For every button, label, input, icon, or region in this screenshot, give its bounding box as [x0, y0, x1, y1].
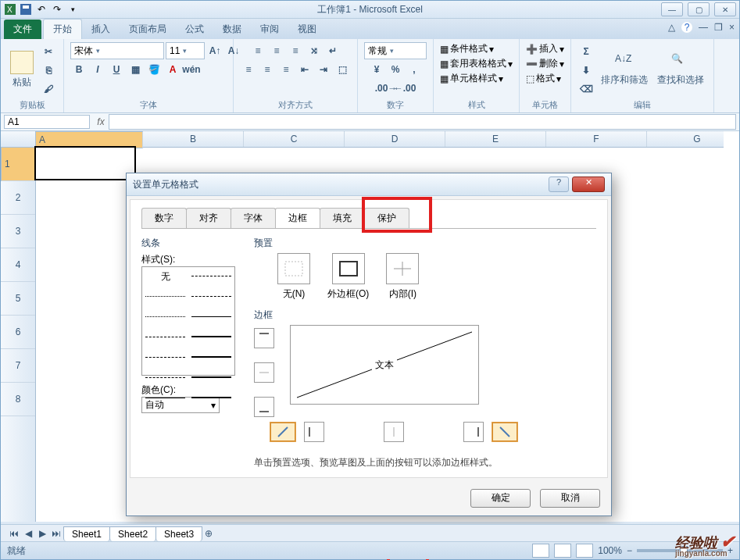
fx-icon[interactable]: fx: [93, 116, 109, 127]
font-name-select[interactable]: 宋体▾: [70, 42, 164, 59]
insert-cells-button[interactable]: ➕ 插入 ▾: [526, 42, 564, 55]
style-opt[interactable]: [191, 376, 231, 389]
border-preview[interactable]: 文本: [290, 325, 479, 405]
layout-tab[interactable]: 页面布局: [120, 20, 176, 39]
preset-outline[interactable]: 外边框(O): [327, 253, 369, 301]
style-opt[interactable]: [191, 356, 231, 369]
style-opt[interactable]: [145, 296, 185, 308]
col-B[interactable]: B: [143, 131, 244, 147]
border-top-button[interactable]: [254, 328, 274, 348]
tab-fill[interactable]: 填充: [320, 208, 365, 228]
next-sheet-icon[interactable]: ▶: [35, 528, 49, 539]
align-left-icon[interactable]: ≡: [240, 61, 257, 78]
undo-icon[interactable]: ↶: [35, 3, 48, 16]
tab-alignment[interactable]: 对齐: [186, 208, 231, 228]
sheet1-tab[interactable]: Sheet1: [63, 526, 110, 541]
clear-icon[interactable]: ⌫: [577, 80, 595, 98]
style-opt[interactable]: [191, 276, 231, 287]
home-tab[interactable]: 开始: [43, 19, 82, 39]
comma-icon[interactable]: ,: [406, 61, 423, 78]
format-painter-icon[interactable]: 🖌: [40, 80, 57, 98]
align-top-icon[interactable]: ≡: [249, 42, 266, 59]
style-none[interactable]: 无: [145, 270, 185, 281]
border-mid-h-button[interactable]: [254, 362, 274, 383]
minimize-button[interactable]: —: [661, 2, 683, 16]
row-2[interactable]: 2: [1, 181, 35, 215]
paste-button[interactable]: 粘贴: [7, 49, 37, 91]
preset-inside[interactable]: 内部(I): [386, 253, 419, 301]
delete-cells-button[interactable]: ➖ 删除 ▾: [526, 57, 564, 70]
tab-protection[interactable]: 保护: [364, 208, 409, 228]
border-bottom-button[interactable]: [254, 397, 274, 417]
insert-tab[interactable]: 插入: [82, 20, 120, 39]
orientation-icon[interactable]: ⤭: [306, 42, 323, 59]
prev-sheet-icon[interactable]: ◀: [21, 528, 35, 539]
merge-icon[interactable]: ⬚: [334, 61, 351, 78]
preset-none[interactable]: 无(N): [277, 253, 310, 301]
page-break-view-icon[interactable]: [576, 544, 593, 558]
new-sheet-icon[interactable]: ⊕: [202, 528, 216, 539]
data-tab[interactable]: 数据: [213, 20, 251, 39]
close-button[interactable]: ✕: [714, 2, 736, 16]
number-format-select[interactable]: 常规▾: [364, 42, 427, 59]
border-left-button[interactable]: [304, 422, 324, 442]
row-8[interactable]: 8: [1, 383, 35, 416]
minimize-ribbon-icon[interactable]: △: [668, 22, 675, 33]
sort-filter-button[interactable]: A↓Z排序和筛选: [598, 52, 651, 88]
border-icon[interactable]: ▦: [127, 61, 144, 78]
qat-dropdown-icon[interactable]: ▾: [66, 3, 79, 16]
cut-icon[interactable]: ✂: [40, 43, 57, 60]
cancel-button[interactable]: 取消: [540, 489, 600, 508]
dialog-help-button[interactable]: ?: [549, 177, 569, 192]
fill-icon[interactable]: ⬇: [577, 62, 595, 79]
italic-button[interactable]: I: [89, 61, 106, 78]
line-style-list[interactable]: 无: [141, 266, 235, 376]
row-6[interactable]: 6: [1, 316, 35, 349]
name-box[interactable]: A1: [4, 115, 90, 129]
increase-indent-icon[interactable]: ⇥: [315, 61, 332, 78]
currency-icon[interactable]: ¥: [368, 61, 385, 78]
first-sheet-icon[interactable]: ⏮: [7, 528, 21, 539]
border-right-button[interactable]: [463, 422, 484, 442]
window-minimize-icon[interactable]: —: [699, 22, 708, 33]
phonetic-icon[interactable]: wén: [183, 61, 200, 78]
col-G[interactable]: G: [647, 131, 740, 147]
formula-bar[interactable]: [109, 114, 736, 130]
tab-border[interactable]: 边框: [275, 208, 320, 228]
dialog-close-button[interactable]: ✕: [572, 177, 605, 192]
col-E[interactable]: E: [445, 131, 546, 147]
align-center-icon[interactable]: ≡: [259, 61, 276, 78]
border-diag-up-button[interactable]: [270, 422, 296, 442]
normal-view-icon[interactable]: [532, 544, 549, 558]
help-icon[interactable]: ?: [681, 22, 692, 33]
row-3[interactable]: 3: [1, 215, 35, 248]
sheet2-tab[interactable]: Sheet2: [109, 526, 156, 541]
border-diag-down-button[interactable]: [492, 422, 518, 442]
align-middle-icon[interactable]: ≡: [268, 42, 285, 59]
zoom-out-icon[interactable]: −: [627, 545, 632, 556]
save-icon[interactable]: [20, 3, 32, 16]
row-4[interactable]: 4: [1, 248, 35, 282]
underline-button[interactable]: U: [108, 61, 125, 78]
fill-color-icon[interactable]: 🪣: [145, 61, 163, 78]
style-opt[interactable]: [191, 296, 231, 308]
conditional-format-button[interactable]: ▦ 条件格式 ▾: [440, 42, 494, 55]
border-mid-v-button[interactable]: [384, 422, 404, 442]
page-layout-view-icon[interactable]: [554, 544, 571, 558]
window-restore-icon[interactable]: ❐: [714, 22, 723, 33]
format-cells-button[interactable]: ⬚ 格式 ▾: [526, 72, 561, 85]
align-bottom-icon[interactable]: ≡: [287, 42, 304, 59]
sheet3-tab[interactable]: Sheet3: [156, 526, 202, 541]
decrease-decimal-icon[interactable]: ←.00: [396, 80, 413, 97]
table-format-button[interactable]: ▦ 套用表格格式 ▾: [440, 57, 513, 70]
wrap-text-icon[interactable]: ↵: [324, 42, 341, 59]
font-size-select[interactable]: 11▾: [166, 42, 205, 59]
percent-icon[interactable]: %: [387, 61, 404, 78]
style-opt[interactable]: [145, 357, 185, 369]
style-opt[interactable]: [191, 397, 231, 409]
col-F[interactable]: F: [546, 131, 647, 147]
last-sheet-icon[interactable]: ⏭: [49, 528, 63, 539]
style-opt[interactable]: [145, 316, 185, 328]
file-tab[interactable]: 文件: [4, 20, 41, 39]
bold-button[interactable]: B: [70, 61, 88, 78]
